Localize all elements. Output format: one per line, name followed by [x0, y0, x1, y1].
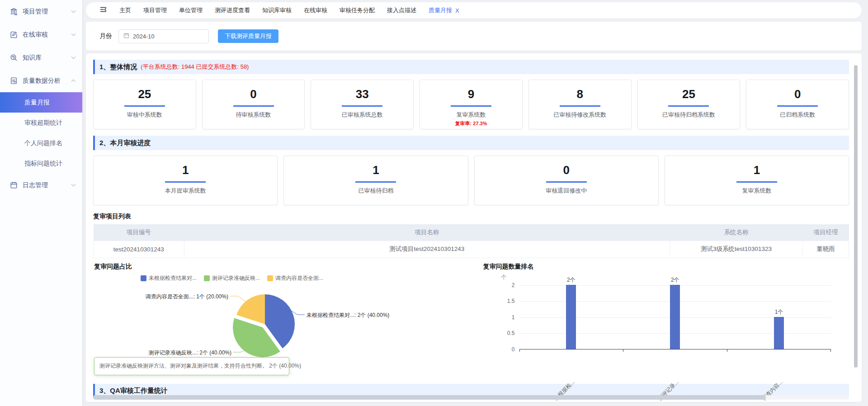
horizontal-scrollbar[interactable] — [93, 395, 849, 400]
data-analysis-icon — [10, 77, 18, 85]
stat-card-reviewing: 25 审核中系统数 — [93, 80, 196, 129]
x-axis-tick — [830, 349, 831, 352]
pie-label-survey: 调查内容是否全面...: 1个 (20.00%) — [129, 293, 228, 301]
nav-tab-progress-view[interactable]: 测评进度查看 — [215, 6, 250, 14]
legend-label: 调查内容是否全面... — [275, 274, 323, 282]
review-project-table: 项目编号 项目名称 系统名称 项目经理 test202410301243 测试项… — [93, 224, 849, 258]
sidebar-item-quality-data-analysis[interactable]: 质量数据分析 — [0, 69, 82, 92]
stat-value: 0 — [203, 87, 305, 101]
stat-value: 25 — [638, 87, 740, 101]
stat-label: 已审核待归档 — [284, 187, 467, 195]
y-tick: 1.5 — [494, 298, 515, 304]
sidebar-item-log-management[interactable]: 日志管理 — [0, 174, 82, 197]
download-report-button[interactable]: 下载测评质量月报 — [218, 29, 278, 43]
horizontal-scrollbar-thumb[interactable] — [93, 395, 766, 400]
stat-value: 0 — [475, 163, 658, 177]
sidebar-item-label: 日志管理 — [23, 181, 72, 189]
pie-label-not-based: 未根据检查结果对...: 2个 (40.00%) — [307, 312, 389, 319]
stat-label: 已审核待修改系统数 — [529, 111, 631, 119]
legend-swatch — [267, 275, 273, 281]
sidebar-subitem-review-overdue-stats[interactable]: 审核超期统计 — [0, 113, 82, 133]
stat-label: 已审核待归档系统数 — [638, 111, 740, 119]
sidebar-item-knowledge-base[interactable]: 知识库 — [0, 46, 82, 69]
sidebar-item-online-review[interactable]: 在线审核 — [0, 23, 82, 46]
stat-value: 33 — [311, 87, 413, 101]
chevron-down-icon — [71, 32, 76, 36]
nav-tab-home[interactable]: 主页 — [119, 6, 131, 14]
sidebar-subitem-indicator-issue-stats[interactable]: 指标问题统计 — [0, 153, 82, 174]
nav-tab-online-review[interactable]: 在线审核 — [304, 6, 327, 14]
col-project-manager: 项目经理 — [803, 224, 849, 241]
cell-project-manager: 董晓雨 — [803, 241, 849, 258]
bar-value-label: 2个 — [567, 276, 576, 284]
legend-swatch — [141, 275, 146, 281]
stat-value: 1 — [94, 163, 277, 177]
vertical-scrollbar-thumb[interactable] — [854, 65, 858, 368]
menu-fold-icon[interactable] — [99, 6, 107, 15]
y-axis-unit: 个 — [501, 274, 507, 281]
nav-tab-project-management[interactable]: 项目管理 — [143, 6, 167, 14]
review-table-title: 复审项目列表 — [93, 212, 849, 221]
stat-underline — [560, 105, 600, 107]
sidebar-subitem-personal-issue-ranking[interactable]: 个人问题排名 — [0, 133, 82, 153]
vertical-scrollbar[interactable] — [854, 65, 858, 390]
bar-chart-title: 复审问题数量排名 — [483, 263, 534, 271]
sidebar-item-project-management[interactable]: 项目管理 — [0, 0, 82, 23]
stat-label: 复审系统数 — [420, 111, 522, 119]
nav-tab-quality-monthly-active[interactable]: 质量月报 X — [429, 6, 459, 14]
pie-slice-survey-completeness[interactable] — [236, 294, 265, 324]
stat-label: 本月提审系统数 — [94, 187, 277, 195]
sidebar-item-label: 质量数据分析 — [23, 77, 72, 85]
nav-tab-task-assignment[interactable]: 审核任务分配 — [340, 6, 375, 14]
sidebar-item-label: 项目管理 — [23, 8, 72, 16]
overview-totals-note: (平台系统总数: 1944 已提交系统总数: 58) — [141, 63, 249, 71]
nav-tab-knowledge-review[interactable]: 知识库审核 — [262, 6, 292, 14]
legend-item[interactable]: 调查内容是否全面... — [267, 274, 323, 282]
stat-label: 待审核系统数 — [203, 111, 305, 119]
chevron-up-icon — [71, 80, 76, 84]
stat-underline — [165, 181, 206, 183]
stat-card-pending-review: 0 待审核系统数 — [202, 80, 305, 129]
sidebar-subitem-label: 指标问题统计 — [24, 160, 62, 168]
bar-survey-completeness[interactable] — [774, 317, 784, 349]
sidebar-subitem-quality-monthly-report[interactable]: 质量月报 — [0, 92, 82, 113]
y-tick: 2 — [494, 282, 515, 288]
stat-underline — [355, 181, 396, 183]
charts-row: 复审问题占比 未根据检查结果对... 测评记录准确反映... 调查内容是否全面.… — [93, 261, 849, 379]
stat-label: 已归档系统数 — [746, 111, 849, 119]
stat-card-re-review: 9 复审系统数 复审率: 27.3% — [420, 80, 523, 129]
stat-underline — [233, 105, 274, 107]
stat-label: 复审系统数 — [665, 187, 849, 195]
nav-tab-access-point[interactable]: 接入点描述 — [387, 6, 416, 14]
section-title: 3、QA审核工作量统计 — [99, 387, 168, 395]
stat-card-reviewed-total: 33 已审核系统总数 — [311, 80, 414, 129]
bar-record-accuracy[interactable] — [670, 285, 680, 349]
month-input[interactable] — [133, 33, 192, 40]
stat-underline — [668, 105, 709, 107]
pie-legend: 未根据检查结果对... 测评记录准确反映... 调查内容是否全面... — [141, 274, 323, 282]
legend-label: 测评记录准确反映... — [212, 274, 260, 282]
month-picker[interactable] — [118, 29, 209, 43]
bar-not-based-on-check[interactable] — [566, 285, 576, 349]
bar-value-label: 1个 — [775, 308, 783, 316]
stat-value: 8 — [529, 87, 631, 101]
cell-project-id: test202410301243 — [94, 241, 184, 258]
top-nav-bar: 主页 项目管理 单位管理 测评进度查看 知识库审核 在线审核 审核任务分配 接入… — [86, 2, 862, 19]
section-overview-header: 1、整体情况 (平台系统总数: 1944 已提交系统总数: 58) — [93, 60, 849, 74]
section-title: 1、整体情况 — [99, 63, 137, 71]
sidebar-subitem-label: 质量月报 — [24, 99, 50, 107]
y-tick: 1 — [494, 314, 515, 321]
filter-bar: 月份 下载测评质量月报 — [86, 22, 862, 51]
legend-item[interactable]: 未根据检查结果对... — [141, 274, 197, 282]
legend-item[interactable]: 测评记录准确反映... — [204, 274, 260, 282]
calendar-icon — [10, 181, 18, 189]
table-row: test202410301243 测试项目test202410301243 测试… — [94, 241, 849, 258]
search-book-icon — [10, 54, 18, 61]
stat-underline — [777, 105, 818, 107]
nav-tab-unit-management[interactable]: 单位管理 — [179, 6, 203, 14]
sidebar-subitem-label: 审核超期统计 — [24, 119, 62, 127]
col-project-id: 项目编号 — [94, 224, 184, 241]
stat-card-returned-for-modify: 0 审核退回修改中 — [474, 156, 659, 205]
tab-close-icon[interactable]: X — [455, 7, 459, 14]
stat-card-to-modify: 8 已审核待修改系统数 — [528, 80, 632, 129]
